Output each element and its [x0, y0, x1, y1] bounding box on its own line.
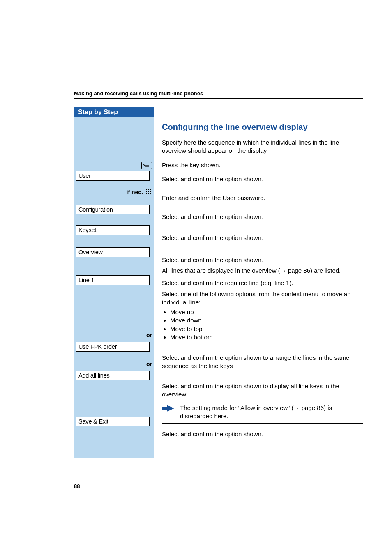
list-item: Move to bottom: [170, 333, 363, 341]
note-text: The setting made for "Allow in overview"…: [180, 404, 363, 421]
use-fpk-desc: Select and confirm the option shown to a…: [162, 354, 363, 371]
menu-line1: Line 1: [76, 275, 150, 285]
context-intro-text: Select one of the following options from…: [162, 290, 363, 307]
note-box: The setting made for "Allow in overview"…: [162, 401, 363, 424]
main-column: Configuring the line overview display Sp…: [154, 107, 363, 444]
or-label-1: or: [146, 332, 152, 339]
menu-use-fpk: Use FPK order: [76, 342, 150, 352]
add-all-desc: Select and confirm the option shown to d…: [162, 382, 363, 399]
svg-rect-4: [148, 189, 149, 190]
menu-use-fpk-text: Use FPK order: [78, 343, 117, 350]
select-overview-text: Select and confirm the option shown.: [162, 256, 363, 264]
if-nec-label: if nec.: [127, 189, 143, 196]
list-item: Move down: [170, 316, 363, 325]
menu-user-text: User: [78, 173, 91, 179]
note-arrow-icon: [162, 404, 176, 413]
svg-rect-7: [148, 191, 149, 192]
press-key-text: Press the key shown.: [162, 161, 363, 169]
list-item: Move to top: [170, 325, 363, 333]
select-config-text: Select and confirm the option shown.: [162, 213, 363, 221]
arrow-icon: →: [280, 267, 286, 274]
menu-user: User: [76, 171, 150, 181]
menu-save-exit-text: Save & Exit: [78, 418, 108, 425]
enter-password-text: Enter and confirm the User password.: [162, 194, 363, 202]
svg-rect-10: [148, 193, 149, 194]
menu-configuration: Configuration: [76, 205, 150, 214]
menu-keyset: Keyset: [76, 225, 150, 235]
svg-rect-3: [146, 189, 147, 190]
menu-overview: Overview: [76, 247, 150, 257]
menu-add-all-text: Add all lines: [78, 372, 110, 379]
svg-rect-9: [146, 193, 147, 194]
running-head-text: Making and receiving calls using multi-l…: [74, 90, 203, 97]
menu-keyset-text: Keyset: [78, 227, 96, 233]
menu-add-all: Add all lines: [76, 371, 150, 380]
select-user-text: Select and confirm the option shown.: [162, 175, 363, 183]
svg-rect-13: [164, 407, 167, 410]
move-options-list: Move up Move down Move to top Move to bo…: [162, 308, 363, 341]
page-number: 88: [74, 483, 80, 489]
sidebar-header: Step by Step: [74, 107, 154, 117]
running-head: Making and receiving calls using multi-l…: [74, 90, 363, 99]
section-title: Configuring the line overview display: [162, 122, 363, 133]
svg-rect-11: [150, 193, 151, 194]
intro-text: Specify here the sequence in which the i…: [162, 138, 363, 155]
arrow-icon: →: [294, 404, 300, 411]
or-label-2: or: [146, 361, 152, 367]
svg-rect-8: [150, 191, 151, 192]
menu-overview-text: Overview: [78, 249, 103, 256]
menu-configuration-text: Configuration: [78, 206, 113, 213]
svg-rect-5: [150, 189, 151, 190]
select-keyset-text: Select and confirm the option shown.: [162, 234, 363, 242]
select-save-exit-text: Select and confirm the option shown.: [162, 430, 363, 438]
svg-marker-14: [167, 405, 174, 412]
list-item: Move up: [170, 308, 363, 316]
keypad-icon: [145, 188, 152, 196]
select-line1-text: Select and confirm the required line (e.…: [162, 279, 363, 287]
all-lines-text: All lines that are displayed in the over…: [162, 267, 363, 275]
svg-rect-6: [146, 191, 147, 192]
sidebar-column: User if nec.: [74, 117, 154, 458]
sidebar-header-text: Step by Step: [78, 108, 118, 115]
menu-key-icon: [141, 162, 152, 169]
menu-save-exit: Save & Exit: [76, 417, 150, 426]
menu-line1-text: Line 1: [78, 277, 94, 283]
